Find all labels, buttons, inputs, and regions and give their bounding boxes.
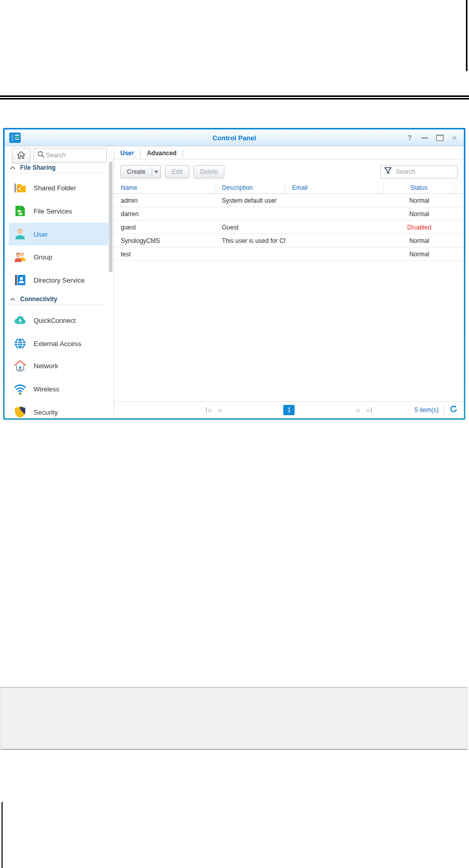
column-header-status[interactable]: Status [384, 182, 455, 193]
tab-user[interactable]: User [114, 150, 140, 157]
filter-funnel-icon [384, 167, 392, 176]
cell-description: Guest [215, 221, 285, 234]
table-row-synologycms[interactable]: SynologyCMS This user is used for CMS No… [114, 234, 464, 248]
sidebar-scrollbar[interactable] [109, 161, 112, 272]
pagination-bar: « « 1 » » 5 item(s) [114, 401, 464, 418]
document-note-box [1, 687, 467, 750]
sidebar-item-network[interactable]: Network [9, 354, 109, 377]
security-icon [13, 405, 27, 419]
sidebar-item-label: File Services [34, 207, 72, 215]
page-border-line-bottom-left [2, 802, 3, 868]
prev-page-icon[interactable]: « [218, 406, 222, 414]
next-page-icon[interactable]: » [356, 406, 360, 414]
table-header: Name Description Email Status [114, 182, 464, 194]
network-icon [13, 358, 27, 373]
table-row-admin[interactable]: admin System default user Normal [114, 194, 464, 207]
sidebar-item-shared-folder[interactable]: Shared Folder [9, 176, 109, 199]
section-header-file-sharing[interactable]: File Sharing [10, 162, 107, 173]
toolbar: Create Edit Delete [120, 165, 458, 178]
sidebar-item-wireless[interactable]: Wireless [9, 378, 109, 400]
sidebar-item-label: Shared Folder [34, 184, 76, 192]
cell-description: This user is used for CMS [215, 234, 285, 247]
sidebar-item-file-services[interactable]: File Services [9, 200, 109, 222]
sidebar-item-external-access[interactable]: External Access [9, 332, 109, 355]
last-page-icon[interactable]: » [366, 406, 372, 414]
create-dropdown-button[interactable] [152, 165, 161, 178]
cell-email [285, 221, 384, 234]
cell-email [285, 248, 384, 260]
cell-email [285, 234, 384, 247]
directory-service-icon [13, 273, 27, 287]
cell-status: Normal [384, 248, 455, 260]
window-titlebar[interactable]: Control Panel ? × [5, 129, 464, 146]
cell-name: SynologyCMS [114, 234, 215, 247]
horizontal-rule-2 [0, 98, 469, 100]
minimize-icon[interactable] [421, 134, 429, 142]
column-header-email[interactable]: Email [285, 182, 384, 193]
cell-description: System default user [215, 194, 285, 207]
sidebar-item-label: User [34, 231, 47, 238]
table-row-guest[interactable]: guest Guest Disabled [114, 221, 464, 234]
cell-status: Normal [384, 194, 455, 207]
cell-status: Normal [384, 234, 455, 247]
sidebar-item-label: Directory Service [34, 276, 85, 284]
cell-description [215, 207, 285, 220]
first-page-icon[interactable]: « [206, 406, 212, 414]
cell-name: darren [114, 207, 215, 220]
column-header-spacer [455, 182, 464, 193]
edit-button[interactable]: Edit [165, 165, 189, 178]
section-header-connectivity[interactable]: Connectivity [10, 294, 107, 305]
sidebar-item-user[interactable]: User [9, 223, 109, 245]
delete-button[interactable]: Delete [193, 165, 225, 178]
section-label: Connectivity [20, 296, 57, 303]
refresh-icon[interactable] [449, 405, 458, 415]
user-table: admin System default user Normal darren … [114, 194, 464, 261]
tab-bar: User Advanced [114, 148, 464, 159]
sidebar-item-label: Wireless [34, 385, 59, 393]
home-button[interactable] [12, 148, 30, 163]
sidebar-search-box [34, 148, 107, 162]
control-panel-window: Control Panel ? × [3, 128, 465, 420]
sidebar-item-quickconnect[interactable]: QuickConnect [9, 309, 109, 332]
search-icon [37, 151, 45, 160]
cell-status: Normal [384, 207, 455, 220]
shared-folder-icon [13, 181, 27, 195]
column-header-description[interactable]: Description [215, 182, 285, 193]
chevron-up-icon [10, 296, 15, 303]
cell-email [285, 207, 384, 220]
home-icon [17, 151, 25, 161]
cell-name: guest [114, 221, 215, 234]
user-icon [13, 227, 27, 241]
current-page-button[interactable]: 1 [283, 405, 295, 415]
column-header-name[interactable]: Name [114, 182, 215, 193]
document-page: Control Panel ? × [0, 0, 469, 868]
main-content: User Advanced Create [114, 146, 464, 418]
maximize-icon[interactable] [435, 134, 444, 142]
quickconnect-icon [13, 313, 27, 327]
sidebar-item-label: QuickConnect [34, 317, 76, 324]
tab-separator [183, 150, 183, 157]
table-row-darren[interactable]: darren Normal [114, 207, 464, 221]
tab-advanced[interactable]: Advanced [141, 150, 183, 157]
close-icon[interactable]: × [450, 134, 459, 142]
file-services-icon [13, 204, 27, 218]
item-count: 5 item(s) [414, 406, 439, 414]
create-button[interactable]: Create [120, 165, 152, 178]
sidebar-item-group[interactable]: Group [9, 245, 109, 268]
cell-description [215, 248, 285, 260]
filter-search-input[interactable] [395, 168, 454, 176]
window-title: Control Panel [5, 134, 464, 142]
sidebar-item-label: Group [34, 253, 52, 261]
table-row-test[interactable]: test Normal [114, 248, 464, 261]
help-icon[interactable]: ? [406, 134, 414, 142]
group-icon [13, 250, 27, 264]
cell-email [285, 194, 384, 207]
sidebar-item-security[interactable]: Security [9, 401, 109, 423]
sidebar-search-input[interactable] [45, 151, 103, 159]
cell-name: admin [114, 194, 215, 207]
sidebar-item-label: Network [34, 362, 58, 370]
sidebar-item-directory-service[interactable]: Directory Service [9, 269, 109, 291]
filter-search-box [380, 165, 458, 178]
horizontal-rule-1 [0, 95, 469, 97]
external-access-icon [13, 336, 27, 351]
